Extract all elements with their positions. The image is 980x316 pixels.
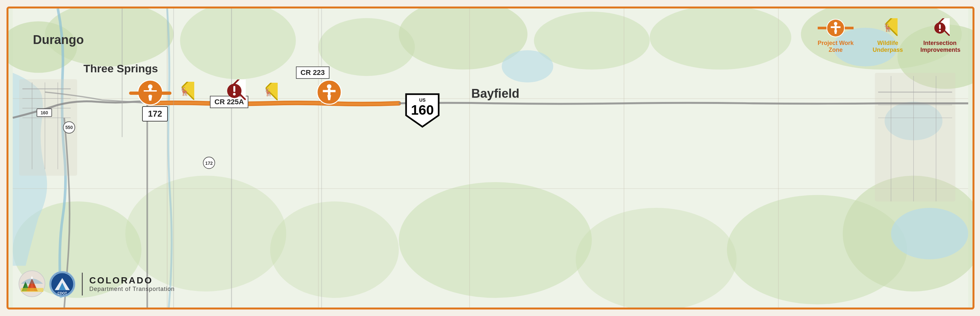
svg-rect-66	[233, 86, 235, 92]
legend-item-work-zone: Project Work Zone	[816, 18, 855, 53]
svg-point-71	[327, 84, 331, 89]
intersection-icon-1	[223, 79, 246, 103]
svg-rect-94	[21, 288, 43, 292]
legend-intersection-icon	[930, 18, 950, 38]
svg-text:🦌: 🦌	[179, 86, 190, 97]
legend-work-zone-icon	[826, 18, 845, 38]
city-label-bayfield: Bayfield	[471, 87, 520, 101]
logo-text-block: COLORADO Department of Transportation	[89, 275, 175, 292]
work-zone-icon-1	[137, 79, 163, 107]
svg-point-87	[939, 30, 941, 32]
svg-rect-79	[831, 26, 840, 28]
org-subtitle: Department of Transportation	[89, 286, 175, 292]
map-container: 550 160 172 Durango Three Springs Bayfie…	[6, 6, 974, 310]
legend-item-intersection: Intersection Improvements	[920, 18, 959, 53]
svg-text:🦌: 🦌	[883, 23, 892, 32]
legend-label-wildlife: Wildlife Underpass	[868, 40, 907, 53]
svg-rect-86	[939, 24, 940, 29]
svg-point-14	[576, 208, 737, 308]
cr-label-223: CR 223	[296, 67, 329, 79]
wildlife-icon-2: 🦌	[259, 83, 278, 103]
city-label-durango: Durango	[33, 33, 84, 47]
work-zone-icon-2	[317, 79, 342, 106]
city-label-three-springs: Three Springs	[83, 62, 158, 75]
logo-area: CDOT COLORADO Department of Transportati…	[18, 270, 175, 298]
svg-point-77	[834, 22, 838, 25]
legend-label-work-zone: Project Work Zone	[816, 40, 855, 53]
svg-point-27	[891, 208, 968, 259]
legend-wildlife-icon: 🦌	[878, 18, 897, 38]
colorado-state-logo	[18, 270, 46, 298]
svg-text:550: 550	[65, 125, 73, 130]
us-160-shield: US 160	[404, 92, 440, 130]
svg-rect-73	[323, 90, 336, 92]
svg-text:160: 160	[411, 102, 434, 118]
svg-text:🦌: 🦌	[264, 87, 273, 97]
svg-point-67	[233, 93, 235, 95]
logo-divider	[82, 273, 83, 295]
wildlife-icon-1: 🦌	[175, 82, 194, 103]
org-name: COLORADO	[89, 275, 175, 286]
legend-item-wildlife: 🦌 Wildlife Underpass	[868, 18, 907, 53]
svg-point-57	[148, 84, 153, 89]
svg-text:CDOT: CDOT	[58, 292, 67, 295]
svg-text:172: 172	[205, 160, 213, 166]
svg-text:160: 160	[40, 110, 48, 115]
svg-point-24	[502, 50, 554, 83]
cdot-logo: CDOT	[49, 271, 75, 297]
svg-text:US: US	[419, 97, 425, 103]
road-label-172: 172	[142, 106, 168, 122]
legend-label-intersection: Intersection Improvements	[920, 40, 959, 53]
svg-point-13	[399, 182, 592, 298]
legend: Project Work Zone 🦌 Wildlife Underpass I…	[816, 18, 959, 53]
svg-point-12	[270, 201, 399, 298]
